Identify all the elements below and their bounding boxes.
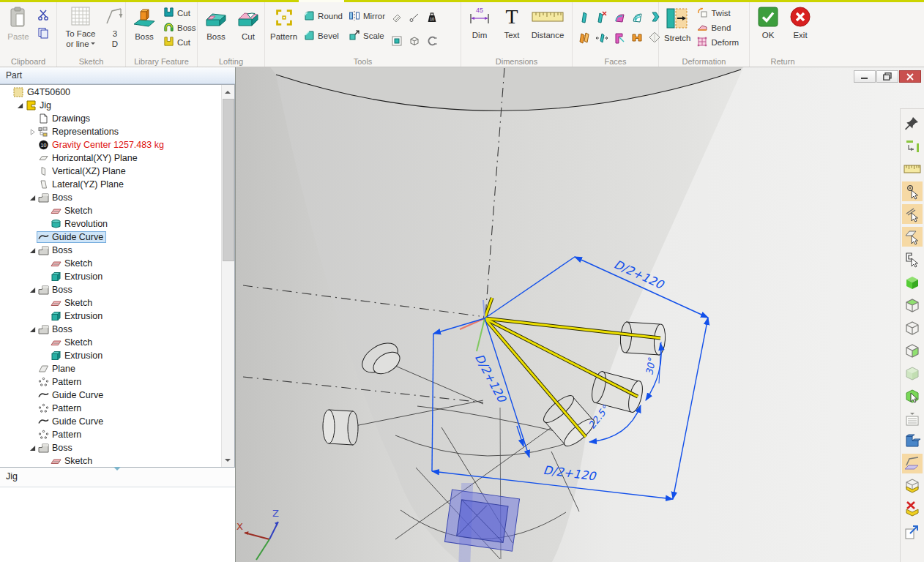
expand-arrow-icon[interactable] xyxy=(28,127,37,136)
dim-button[interactable]: 45 Dim xyxy=(465,4,494,42)
text-button[interactable]: T Text xyxy=(497,4,526,42)
tree-item-sketch[interactable]: Sketch xyxy=(0,296,222,310)
twist-button[interactable]: Twist xyxy=(695,6,740,20)
tree-item-pattern[interactable]: Pattern xyxy=(0,402,222,415)
expand-arrow-icon[interactable] xyxy=(28,114,37,123)
tree-item-sketch[interactable]: Sketch xyxy=(0,257,222,270)
tree-item-gravity-center-1257-483-kg[interactable]: 10 Gravity Center 1257.483 kg xyxy=(0,138,222,151)
tree-item-sketch[interactable]: Sketch xyxy=(0,336,222,349)
tree-item-vertical-xz-plane[interactable]: Vertical(XZ) Plane xyxy=(0,165,222,178)
expand-arrow-icon[interactable] xyxy=(40,272,49,281)
bend-button[interactable]: Bend xyxy=(695,20,740,34)
expand-arrow-icon[interactable] xyxy=(40,351,49,360)
tree-item-drawings[interactable]: Drawings xyxy=(0,112,222,125)
tree-item-boss[interactable]: Boss xyxy=(0,244,222,257)
mirror-button[interactable]: Mirror xyxy=(347,9,387,23)
expand-arrow-icon[interactable] xyxy=(40,312,49,321)
expand-arrow-icon[interactable] xyxy=(28,404,37,413)
close-button[interactable] xyxy=(899,70,921,83)
face-patch-icon-button[interactable] xyxy=(611,29,627,46)
expand-arrow-icon[interactable] xyxy=(3,88,12,97)
workpiece-delete-icon[interactable] xyxy=(902,499,923,519)
tree-item-g4t50600[interactable]: G4T50600 xyxy=(0,86,222,99)
view-translucent-icon[interactable] xyxy=(902,363,923,383)
sketch-to-face-button[interactable]: To Face or line xyxy=(61,4,100,51)
paste-button[interactable]: Paste xyxy=(4,4,33,43)
select-edge-icon[interactable] xyxy=(902,204,923,224)
view-hidden-line-icon[interactable] xyxy=(902,318,923,337)
tree-item-boss[interactable]: Boss xyxy=(0,283,222,296)
round-button[interactable]: Round xyxy=(302,9,344,23)
tree-item-jig[interactable]: Jig xyxy=(0,99,222,112)
framed-surface-button[interactable] xyxy=(390,32,404,50)
face-move-icon-button[interactable] xyxy=(594,29,610,46)
ok-button[interactable]: OK xyxy=(753,4,783,42)
view-wireframe-top-icon[interactable] xyxy=(902,295,923,315)
lofting-cut-button[interactable]: Cut xyxy=(234,4,263,43)
section-solid-icon[interactable] xyxy=(902,431,923,451)
expand-arrow-icon[interactable] xyxy=(40,206,49,215)
weight-button[interactable]: 10 xyxy=(425,9,439,26)
tree-item-revolution[interactable]: Revolution xyxy=(0,217,222,231)
expand-arrow-icon[interactable] xyxy=(28,391,37,400)
workpiece-icon[interactable] xyxy=(902,476,923,496)
select-body-icon[interactable] xyxy=(902,250,923,269)
face-fillet-icon-button[interactable] xyxy=(611,8,627,26)
expand-arrow-icon[interactable] xyxy=(28,180,37,189)
minimize-button[interactable] xyxy=(854,70,876,83)
distance-button[interactable]: Distance xyxy=(529,4,566,42)
expand-arrow-icon[interactable] xyxy=(40,220,49,228)
tree-item-guide-curve[interactable]: Guide Curve xyxy=(0,231,222,244)
copy-button[interactable] xyxy=(36,24,51,42)
pin-icon[interactable] xyxy=(902,113,923,133)
tree-item-guide-curve[interactable]: Guide Curve xyxy=(0,415,222,428)
eraser-button[interactable] xyxy=(390,9,404,26)
expand-arrow-icon[interactable] xyxy=(28,154,37,162)
tree-item-horizontal-xy-plane[interactable]: Horizontal(XY) Plane xyxy=(0,151,222,165)
face-copy-icon-button[interactable] xyxy=(576,29,592,46)
scroll-up-icon[interactable] xyxy=(222,86,234,97)
tree-item-pattern[interactable]: Pattern xyxy=(0,428,222,441)
tree-item-pattern[interactable]: Pattern xyxy=(0,375,222,389)
expand-arrow-icon[interactable] xyxy=(28,233,37,241)
scene-3d[interactable]: D/2+120 D/2+120 D/2+120 30° 22.5° xyxy=(236,67,924,562)
select-view-cube-icon[interactable] xyxy=(902,386,923,405)
expand-arrow-icon[interactable] xyxy=(28,364,37,373)
library-cut2-button[interactable]: Cut xyxy=(162,35,198,49)
tree-item-extrusion[interactable]: Extrusion xyxy=(0,349,222,362)
reorient-icon[interactable] xyxy=(902,136,923,156)
tree-item-boss[interactable]: Boss xyxy=(0,191,222,204)
expand-arrow-icon[interactable] xyxy=(40,299,49,307)
expand-arrow-icon[interactable] xyxy=(28,167,37,176)
cut-button[interactable] xyxy=(36,6,51,23)
expand-arrow-icon[interactable] xyxy=(28,140,37,149)
lofting-boss-button[interactable]: Boss xyxy=(201,4,231,43)
expand-arrow-icon[interactable] xyxy=(28,285,37,294)
expand-arrow-icon[interactable] xyxy=(28,325,37,334)
expand-arrow-icon[interactable] xyxy=(28,430,37,439)
tree-item-extrusion[interactable]: Extrusion xyxy=(0,270,222,283)
expand-arrow-icon[interactable] xyxy=(28,417,37,426)
active-body-bar[interactable]: Jig xyxy=(0,468,235,487)
face-frame-icon-button[interactable] xyxy=(629,29,645,46)
library-boss-arch-button[interactable]: Boss xyxy=(162,20,198,34)
expand-arrow-icon[interactable] xyxy=(15,101,24,110)
tree-item-representations[interactable]: Representations xyxy=(0,125,222,138)
tree-item-sketch[interactable]: Sketch xyxy=(0,204,222,217)
sketch-3d-button[interactable]: 3 D xyxy=(103,4,127,51)
expand-arrow-icon[interactable] xyxy=(40,259,49,268)
bevel-button[interactable]: Bevel xyxy=(302,29,344,42)
stretch-button[interactable]: Stretch xyxy=(663,4,692,45)
select-center-icon[interactable] xyxy=(902,181,923,201)
view-list-icon[interactable] xyxy=(902,408,923,428)
view-shaded-icon[interactable] xyxy=(902,272,923,292)
face-replace-icon-button[interactable] xyxy=(629,8,645,26)
pattern-button[interactable]: Pattern xyxy=(269,4,299,43)
scale-button[interactable]: Scale xyxy=(347,29,387,42)
sketch-3d-mode-icon[interactable] xyxy=(902,454,923,473)
expand-arrow-icon[interactable] xyxy=(28,193,37,202)
splitter-arrow-icon[interactable] xyxy=(113,467,121,474)
library-cut-button[interactable]: Cut xyxy=(162,6,198,20)
tree-item-extrusion[interactable]: Extrusion xyxy=(0,310,222,323)
nozzle-left[interactable] xyxy=(323,410,358,445)
